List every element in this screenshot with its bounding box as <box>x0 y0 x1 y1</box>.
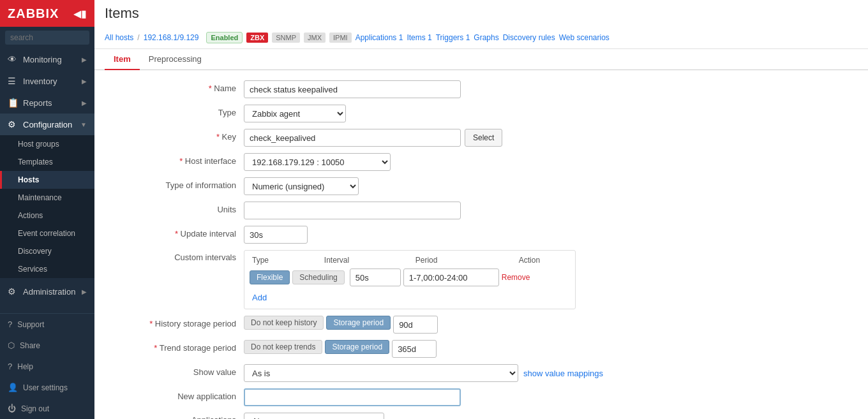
chevron-monitoring: ▶ <box>82 56 87 63</box>
input-period-value[interactable] <box>403 268 499 286</box>
sidebar-subitem-label-event-correlation: Event correlation <box>18 229 75 238</box>
sidebar-collapse-btn[interactable]: ◀▮ <box>73 8 87 20</box>
form-row-units: Units <box>110 202 853 219</box>
badge-jmx[interactable]: JMX <box>304 33 326 43</box>
label-trend-text: Trend storage period <box>160 343 236 353</box>
label-applications: Applications <box>110 413 244 419</box>
sidebar-subitem-label-actions: Actions <box>18 211 43 220</box>
page-title: Items <box>94 0 868 27</box>
nav-link-applications[interactable]: Applications 1 <box>355 33 403 42</box>
badge-ipmi[interactable]: IPMI <box>329 33 352 43</box>
sidebar-item-actions[interactable]: Actions <box>0 207 94 224</box>
add-interval-link[interactable]: Add <box>250 291 269 304</box>
nav-link-discovery-rules[interactable]: Discovery rules <box>503 33 555 42</box>
sidebar-item-label-configuration: Configuration <box>23 120 72 129</box>
nav-link-graphs[interactable]: Graphs <box>474 33 498 42</box>
chevron-inventory: ▶ <box>82 78 87 85</box>
label-name-text: Name <box>214 84 236 93</box>
form-row-update-interval: * Update interval <box>110 226 853 244</box>
input-trend-value[interactable] <box>392 340 437 358</box>
sidebar-item-administration[interactable]: ⚙ Administration ▶ <box>0 281 94 302</box>
header-interval: Interval <box>324 256 415 265</box>
nav-link-items[interactable]: Items 1 <box>407 33 431 42</box>
sidebar-item-configuration[interactable]: ⚙ Configuration ▼ <box>0 114 94 135</box>
nav-link-web-scenarios[interactable]: Web scenarios <box>559 33 610 42</box>
btn-flexible[interactable]: Flexible <box>250 270 290 284</box>
breadcrumb-all-hosts[interactable]: All hosts <box>105 33 133 42</box>
chevron-configuration: ▼ <box>80 121 87 128</box>
user-icon: 👤 <box>8 383 18 392</box>
sidebar-item-user-settings[interactable]: 👤 User settings <box>0 377 94 398</box>
breadcrumb-host[interactable]: 192.168.1/9.129 <box>144 33 199 42</box>
btn-scheduling[interactable]: Scheduling <box>292 270 344 284</box>
header-action: Action <box>519 256 567 265</box>
required-star-trend: * <box>154 343 159 353</box>
input-update-interval[interactable] <box>244 226 308 244</box>
label-key: * Key <box>110 129 244 142</box>
intervals-row-1: Flexible Scheduling Remove <box>250 268 570 286</box>
sidebar-item-inventory[interactable]: ☰ Inventory ▶ <box>0 70 94 92</box>
form-row-trend: * Trend storage period Do not keep trend… <box>110 340 853 358</box>
form-row-type-of-info: Type of information Numeric (unsigned) <box>110 177 853 195</box>
remove-interval-link[interactable]: Remove <box>502 273 530 282</box>
form-row-new-application: New application <box>110 388 853 406</box>
sidebar-item-templates[interactable]: Templates <box>0 153 94 171</box>
sidebar-item-maintenance[interactable]: Maintenance <box>0 189 94 207</box>
sidebar-item-label-administration: Administration <box>23 287 75 297</box>
badge-snmp[interactable]: SNMP <box>272 33 300 43</box>
sidebar-item-discovery[interactable]: Discovery <box>0 242 94 260</box>
sidebar-item-help[interactable]: ? Help <box>0 356 94 377</box>
label-key-text: Key <box>222 132 236 142</box>
select-type-of-info[interactable]: Numeric (unsigned) <box>244 177 359 195</box>
sidebar-item-hosts[interactable]: Hosts <box>0 171 94 189</box>
select-show-value[interactable]: As is <box>244 364 518 382</box>
form-row-host-interface: * Host interface 192.168.179.129 : 10050 <box>110 153 853 171</box>
tab-item[interactable]: Item <box>105 49 140 70</box>
sidebar-item-services[interactable]: Services <box>0 260 94 278</box>
btn-storage-trend[interactable]: Storage period <box>325 340 389 354</box>
form-row-custom-intervals: Custom intervals Type Interval Period Ac… <box>110 250 853 309</box>
breadcrumb-nav-links: Applications 1 Items 1 Triggers 1 Graphs… <box>355 33 610 42</box>
logo-area: ZABBIX ◀▮ <box>0 0 94 27</box>
sidebar-item-label-inventory: Inventory <box>23 77 57 86</box>
nav-link-triggers[interactable]: Triggers 1 <box>436 33 470 42</box>
sidebar-item-share[interactable]: ⬡ Share <box>0 335 94 356</box>
label-history: * History storage period <box>110 316 244 328</box>
input-units[interactable] <box>244 202 461 219</box>
search-input[interactable] <box>5 31 89 45</box>
label-new-application: New application <box>110 388 244 401</box>
application-item-none[interactable]: -None- <box>244 413 384 419</box>
select-key-button[interactable]: Select <box>465 129 502 147</box>
header-period: Period <box>415 256 519 265</box>
sidebar-item-sign-out[interactable]: ⏻ Sign out <box>0 398 94 419</box>
required-star-ui: * <box>175 229 181 239</box>
btn-no-keep-trend[interactable]: Do not keep trends <box>244 340 322 354</box>
label-units: Units <box>110 202 244 214</box>
btn-no-keep-history[interactable]: Do not keep history <box>244 316 324 330</box>
sidebar-item-reports[interactable]: 📋 Reports ▶ <box>0 92 94 114</box>
sidebar-subitem-label-hosts: Hosts <box>18 175 39 184</box>
badge-zbx: ZBX <box>246 33 268 43</box>
input-new-application[interactable] <box>244 388 461 406</box>
input-history-value[interactable] <box>393 316 438 334</box>
input-interval-value[interactable] <box>350 268 401 286</box>
input-name[interactable] <box>244 80 461 98</box>
sidebar-bottom-label-sign-out: Sign out <box>21 404 49 413</box>
sidebar-item-event-correlation[interactable]: Event correlation <box>0 224 94 242</box>
sidebar-item-monitoring[interactable]: 👁 Monitoring ▶ <box>0 48 94 70</box>
label-name: * Name <box>110 80 244 93</box>
label-update-interval: * Update interval <box>110 226 244 239</box>
show-value-mappings-link[interactable]: show value mappings <box>523 369 603 378</box>
input-key[interactable] <box>244 129 461 147</box>
btn-storage-history[interactable]: Storage period <box>326 316 391 330</box>
tab-preprocessing[interactable]: Preprocessing <box>140 49 211 70</box>
sidebar-item-host-groups[interactable]: Host groups <box>0 135 94 153</box>
sidebar-item-support[interactable]: ? Support <box>0 314 94 335</box>
select-type[interactable]: Zabbix agent <box>244 105 346 122</box>
label-custom-intervals: Custom intervals <box>110 250 244 262</box>
sidebar: ZABBIX ◀▮ 👁 Monitoring ▶ ☰ Inventory ▶ 📋… <box>0 0 94 419</box>
tabs-bar: Item Preprocessing <box>94 49 868 70</box>
breadcrumb-sep-1: / <box>137 33 139 42</box>
select-host-interface[interactable]: 192.168.179.129 : 10050 <box>244 153 391 171</box>
form-row-applications: Applications -None- process <box>110 413 853 419</box>
